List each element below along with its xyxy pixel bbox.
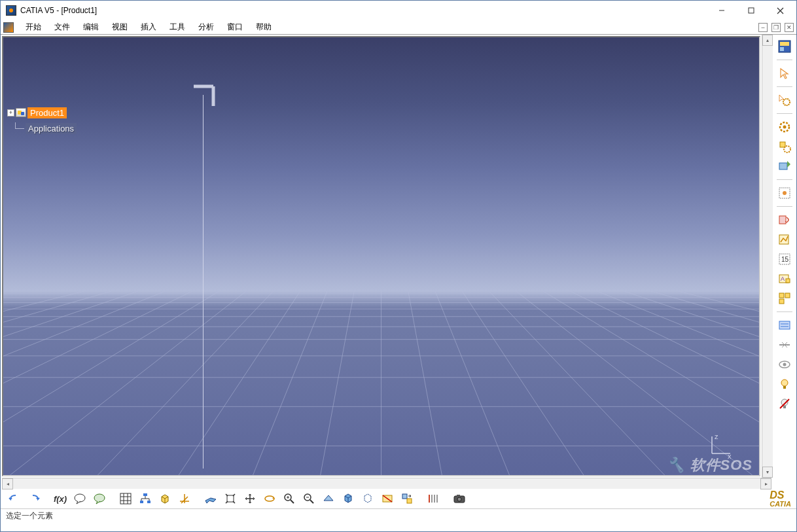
undo-icon[interactable]: [6, 491, 23, 506]
scroll-right-button[interactable]: ▸: [760, 478, 771, 489]
svg-line-23: [489, 291, 665, 475]
menubar-app-icon[interactable]: [3, 22, 14, 33]
snapshot-icon[interactable]: [451, 491, 468, 506]
overload-icon[interactable]: A: [777, 271, 792, 287]
zoom-in-icon[interactable]: [281, 491, 298, 506]
minimize-button[interactable]: [707, 1, 736, 20]
normal-view-icon[interactable]: [320, 491, 337, 506]
plane-icon[interactable]: [202, 491, 219, 506]
svg-point-66: [783, 363, 787, 366]
fit-icon[interactable]: [222, 491, 239, 506]
svg-rect-80: [140, 501, 143, 503]
vertical-scrollbar[interactable]: ▴ ▾: [762, 35, 773, 478]
graph-icon[interactable]: [777, 232, 792, 247]
cursor-gear-icon[interactable]: [777, 92, 792, 108]
svg-rect-42: [780, 47, 784, 51]
tree-child-row[interactable]: Applications: [7, 122, 77, 135]
tree-connector: [15, 122, 24, 129]
insert-component-icon[interactable]: [777, 158, 792, 174]
svg-rect-58: [779, 293, 784, 298]
maximize-button[interactable]: [736, 1, 766, 20]
compass-bracket-icon[interactable]: [190, 83, 217, 109]
lightbulb-off-icon[interactable]: [777, 396, 792, 412]
settings-panel-icon[interactable]: [777, 39, 792, 54]
menu-start[interactable]: 开始: [19, 20, 48, 34]
svg-text:A: A: [781, 275, 785, 282]
mdi-close-button[interactable]: ✕: [785, 23, 794, 32]
menu-analyze[interactable]: 分析: [192, 20, 221, 34]
pan-icon[interactable]: [241, 491, 258, 506]
svg-rect-101: [407, 499, 412, 503]
hide-show-icon[interactable]: [379, 491, 396, 506]
svg-line-16: [321, 291, 355, 475]
horizontal-scrollbar[interactable]: ◂ ▸: [2, 478, 771, 489]
menu-help[interactable]: 帮助: [249, 20, 278, 34]
lightbulb-icon[interactable]: [777, 376, 792, 392]
svg-line-18: [253, 291, 327, 475]
axis-icon[interactable]: [176, 491, 193, 506]
specification-tree[interactable]: + Product1 Applications: [7, 106, 77, 137]
scroll-h-track[interactable]: [13, 478, 760, 489]
scroll-v-track[interactable]: [762, 46, 773, 467]
svg-point-73: [94, 494, 105, 502]
number-icon[interactable]: 15: [777, 251, 792, 267]
svg-rect-79: [143, 493, 147, 496]
assembly-gear-icon[interactable]: [777, 139, 792, 154]
multi-view-icon[interactable]: [340, 491, 357, 506]
mdi-restore-button[interactable]: ❐: [771, 23, 781, 32]
rotate-icon[interactable]: [261, 491, 278, 506]
grid-icon[interactable]: [117, 491, 134, 506]
shading-box-icon[interactable]: [359, 491, 376, 506]
swap-icon[interactable]: [398, 491, 416, 506]
menu-edit[interactable]: 编辑: [77, 20, 105, 34]
svg-rect-68: [783, 386, 786, 389]
mdi-minimize-button[interactable]: –: [758, 23, 768, 32]
view-mode-icon[interactable]: [777, 337, 792, 353]
scroll-up-button[interactable]: ▴: [762, 35, 773, 46]
menu-insert[interactable]: 插入: [134, 20, 163, 34]
svg-line-20: [179, 291, 300, 475]
pattern-icon[interactable]: [777, 291, 792, 306]
chat2-icon[interactable]: [91, 491, 108, 506]
svg-rect-48: [779, 163, 787, 169]
svg-point-69: [781, 399, 788, 406]
tree-root-row[interactable]: + Product1: [7, 106, 77, 119]
svg-line-33: [624, 291, 759, 475]
layers-icon[interactable]: [425, 491, 442, 506]
svg-rect-57: [786, 279, 790, 283]
svg-text:15: 15: [781, 256, 789, 263]
eye-icon[interactable]: [777, 357, 792, 372]
tree-child-label[interactable]: Applications: [26, 123, 77, 134]
replace-icon[interactable]: [777, 212, 792, 228]
axis-x-label: x: [728, 452, 732, 460]
chat-icon[interactable]: [71, 491, 88, 506]
menu-window[interactable]: 窗口: [221, 20, 249, 34]
tree-expand-button[interactable]: +: [7, 109, 14, 116]
menu-view[interactable]: 视图: [105, 20, 134, 34]
component-gear-icon[interactable]: [777, 119, 792, 135]
menu-tools[interactable]: 工具: [163, 20, 192, 34]
floor-grid: [3, 291, 759, 475]
axis-indicator: z x: [704, 434, 733, 462]
redo-icon[interactable]: [26, 491, 43, 506]
svg-rect-70: [783, 406, 786, 408]
tree-root-label[interactable]: Product1: [27, 107, 67, 118]
tree-graph-icon[interactable]: [137, 491, 154, 506]
titlebar: CATIA V5 - [Product1]: [1, 1, 796, 20]
constraint-icon[interactable]: [777, 185, 792, 201]
menu-file[interactable]: 文件: [48, 20, 77, 34]
svg-line-17: [408, 291, 442, 475]
svg-rect-52: [779, 235, 788, 244]
cursor-icon[interactable]: [777, 65, 792, 81]
scroll-down-button[interactable]: ▾: [762, 467, 773, 478]
zoom-out-icon[interactable]: [300, 491, 317, 506]
close-button[interactable]: [766, 1, 795, 20]
fx-icon[interactable]: f(x): [52, 491, 69, 506]
show-hide-icon[interactable]: [777, 317, 792, 333]
window-title: CATIA V5 - [Product1]: [20, 6, 707, 15]
3d-viewport[interactable]: + Product1 Applications z x: [2, 36, 760, 476]
scroll-left-button[interactable]: ◂: [2, 478, 13, 489]
svg-line-28: [3, 291, 192, 475]
svg-rect-100: [402, 494, 407, 499]
box-icon[interactable]: [156, 491, 173, 506]
